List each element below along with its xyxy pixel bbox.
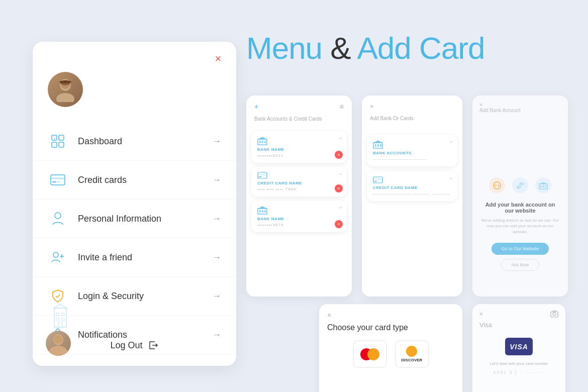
icon-orange <box>489 177 505 193</box>
panel3-subtext: We're adding feature as fast as we can. … <box>480 218 560 235</box>
panel-choose-card-type: × Choose your card type DISCOVER <box>319 304 462 392</box>
svg-rect-28 <box>259 141 261 143</box>
close-button[interactable]: × <box>210 51 226 67</box>
svg-rect-12 <box>52 181 56 182</box>
panel-add-bank-account: × Add Bank Account <box>472 95 568 297</box>
camera-icon <box>550 310 558 318</box>
logout-button[interactable]: Log Out <box>110 340 158 351</box>
svg-rect-26 <box>58 322 62 327</box>
close-icon-panel2[interactable]: × <box>370 103 374 110</box>
sidebar-panel: × ≡ Dash <box>33 42 236 366</box>
card-type-row: DISCOVER <box>319 340 462 368</box>
card-arrow-1: → <box>338 135 343 141</box>
svg-rect-51 <box>545 185 546 187</box>
mastercard-logo <box>360 348 379 360</box>
card-arrow-p2-2: → <box>448 175 453 181</box>
card-number-2: •••• •••• •••• 7968 <box>257 187 302 191</box>
add-icon[interactable]: + <box>254 103 258 111</box>
icon-link <box>512 177 528 193</box>
logout-icon <box>148 340 159 351</box>
svg-rect-24 <box>56 318 59 321</box>
sidebar-item-label-invite-friend: Invite a friend <box>78 252 212 263</box>
card-item-bank-1[interactable]: BANK NAME ••••••••8201 → × <box>251 131 347 163</box>
card-type-mastercard[interactable] <box>353 340 387 368</box>
svg-rect-7 <box>52 142 57 147</box>
panel-add-bank-cards: × Add Bank Or Cards BANK ACCOUNTS ——————… <box>362 95 462 297</box>
sidebar-item-personal-info[interactable]: Personal Information → <box>33 200 236 238</box>
title-menu: Menu <box>246 31 322 65</box>
svg-rect-39 <box>375 144 376 147</box>
not-now-button[interactable]: Not Now <box>501 259 540 271</box>
svg-point-47 <box>498 184 500 186</box>
card-name-1: BANK NAME <box>257 147 284 152</box>
bottom-avatar <box>46 331 71 356</box>
avatar <box>48 72 83 107</box>
svg-rect-13 <box>57 181 60 182</box>
svg-point-14 <box>55 213 61 219</box>
page-title: Menu & Add Card <box>246 30 484 66</box>
credit-icon-p2 <box>373 176 450 183</box>
card-type-discover[interactable]: DISCOVER <box>395 340 429 368</box>
bank-icon-1 <box>257 136 284 145</box>
close-icon-panel3[interactable]: × <box>479 102 482 108</box>
card-number-3: ••••••••3979 <box>257 223 284 227</box>
svg-rect-30 <box>264 141 266 143</box>
sidebar-item-invite-friend[interactable]: Invite a friend → <box>33 238 236 277</box>
panel3-title: Add Bank Account <box>472 108 568 116</box>
panel3-heading: Add your bank account on our website <box>480 202 560 214</box>
icon-bank-p3 <box>535 177 551 193</box>
svg-point-15 <box>53 252 58 257</box>
svg-rect-8 <box>59 142 64 147</box>
cards-area: + ≡ Bank Accounts & Credit Cards BANK NA… <box>246 95 578 382</box>
svg-rect-36 <box>262 210 263 213</box>
credit-card-number-p2: ———— ———— ———— ———— <box>373 191 450 196</box>
card-item-bank-2[interactable]: BANK NAME ••••••••3979 → × <box>251 201 347 232</box>
panel2-header: × <box>362 95 462 115</box>
sidebar-item-credit-cards[interactable]: Credit cards → <box>33 161 236 200</box>
svg-rect-49 <box>540 185 542 187</box>
bank-icon-p2-1 <box>373 140 427 149</box>
card-item-bank-accounts[interactable]: BANK ACCOUNTS ———————————— → <box>367 135 457 166</box>
menu-icon-dots: ≡ <box>340 103 344 111</box>
card-arrow-2: → <box>338 171 343 176</box>
svg-rect-35 <box>259 210 261 213</box>
arrow-icon: → <box>212 175 221 185</box>
credit-card-icon-1 <box>257 172 302 179</box>
credit-card-label-p2: CREDIT CARD NAME <box>373 185 450 190</box>
sidebar-item-label-personal-info: Personal Information <box>78 214 212 224</box>
discover-logo: DISCOVER <box>402 346 423 362</box>
panel3-icons <box>489 177 551 193</box>
card-item-credit-card[interactable]: CREDIT CARD NAME ———— ———— ———— ———— → <box>367 171 457 201</box>
svg-rect-6 <box>59 135 64 140</box>
svg-rect-11 <box>51 177 65 179</box>
close-icon-panel4[interactable]: × <box>327 311 331 319</box>
svg-point-53 <box>553 313 556 316</box>
delete-card-3[interactable]: × <box>335 220 343 228</box>
sidebar-item-label-credit-cards: Credit cards <box>78 175 212 185</box>
sidebar-item-dashboard[interactable]: ≡ Dashboard → <box>33 122 236 161</box>
svg-rect-29 <box>262 141 263 143</box>
bank-icon-2 <box>257 206 284 215</box>
arrow-icon: → <box>212 252 221 263</box>
close-icon-panel5[interactable]: × <box>479 311 483 318</box>
invite-icon <box>48 247 68 267</box>
bank-accounts-number: ———————————— <box>373 157 427 161</box>
panel-bank-accounts: + ≡ Bank Accounts & Credit Cards BANK NA… <box>246 95 352 297</box>
title-ampersand: & <box>330 31 350 65</box>
delete-card-2[interactable]: × <box>335 184 343 192</box>
svg-rect-10 <box>51 175 65 185</box>
delete-card-1[interactable]: × <box>335 151 343 159</box>
svg-text:≡: ≡ <box>54 137 56 140</box>
card-number-1: ••••••••8201 <box>257 153 284 158</box>
svg-rect-25 <box>62 318 64 321</box>
visa-number: 4201 5 | ·· ···· ··· <box>472 368 565 377</box>
person-icon <box>48 209 68 229</box>
svg-rect-23 <box>62 313 64 316</box>
svg-rect-21 <box>54 308 66 327</box>
go-to-website-button[interactable]: Go to Our Website <box>492 243 549 255</box>
svg-rect-33 <box>259 176 261 177</box>
card-item-credit-1[interactable]: CREDIT CARD NAME •••• •••• •••• 7968 → × <box>251 167 347 197</box>
card-name-2: CREDIT CARD NAME <box>257 181 302 185</box>
svg-rect-43 <box>373 178 382 180</box>
panel1-title: Bank Accounts & Credit Cards <box>246 116 352 127</box>
